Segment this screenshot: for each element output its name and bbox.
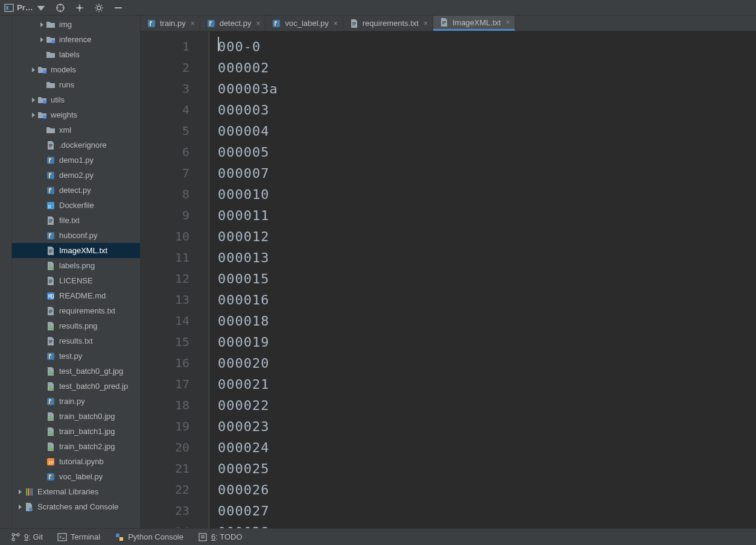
tree-item-runs[interactable]: runs bbox=[12, 77, 140, 92]
tree-item-inference[interactable]: inference bbox=[12, 32, 140, 47]
select-opened-file-button[interactable] bbox=[55, 2, 66, 13]
editor[interactable]: 123456789101112131415161718192021222324 … bbox=[141, 31, 756, 528]
tree-item-demo2-py[interactable]: demo2.py bbox=[12, 168, 140, 183]
settings-button[interactable] bbox=[94, 2, 104, 13]
py-icon bbox=[46, 397, 56, 406]
tree-item-imagexml-txt[interactable]: ImageXML.txt bbox=[12, 243, 140, 258]
tree-item-labels-png[interactable]: labels.png bbox=[12, 258, 140, 273]
tree-root-scratches-and-console[interactable]: Scratches and Console bbox=[12, 499, 140, 514]
tree-item-img[interactable]: img bbox=[12, 17, 140, 32]
code-line[interactable]: 000023 bbox=[218, 416, 756, 437]
tree-item--dockerignore[interactable]: .dockerignore bbox=[12, 137, 140, 153]
code-line[interactable]: 000-0 bbox=[218, 36, 756, 57]
hide-button[interactable] bbox=[113, 2, 124, 13]
code-line[interactable]: 000021 bbox=[218, 374, 756, 395]
code-line[interactable]: 000004 bbox=[218, 121, 756, 142]
code-line[interactable]: 000027 bbox=[218, 500, 756, 521]
tree-item-test-batch0-pred-jp[interactable]: test_batch0_pred.jp bbox=[12, 379, 140, 394]
code-line[interactable]: 000003 bbox=[218, 99, 756, 121]
editor-tab-imagexml-txt[interactable]: ImageXML.txt× bbox=[433, 16, 515, 31]
tree-item-dockerfile[interactable]: Dockerfile bbox=[12, 198, 140, 213]
tree-item-labels[interactable]: labels bbox=[12, 47, 140, 62]
code-line[interactable]: 000018 bbox=[218, 310, 756, 332]
tree-root-external-libraries[interactable]: External Libraries bbox=[12, 484, 140, 499]
tree-item-demo1-py[interactable]: demo1.py bbox=[12, 153, 140, 168]
tree-item-utils[interactable]: utils bbox=[12, 92, 140, 107]
tree-item-test-batch0-gt-jpg[interactable]: test_batch0_gt.jpg bbox=[12, 364, 140, 379]
tree-item-tutorial-ipynb[interactable]: tutorial.ipynb bbox=[12, 454, 140, 469]
tab-close-icon[interactable]: × bbox=[506, 18, 510, 27]
todo-toolwindow-button[interactable]: 6: TODO bbox=[198, 532, 243, 542]
img-icon bbox=[46, 382, 56, 391]
tree-item-readme-md[interactable]: README.md bbox=[12, 288, 140, 303]
tab-close-icon[interactable]: × bbox=[256, 19, 260, 28]
expand-arrow-icon[interactable] bbox=[37, 37, 46, 43]
python-console-toolwindow-button[interactable]: Python Console bbox=[115, 532, 183, 542]
tree-item-xml[interactable]: xml bbox=[12, 122, 140, 137]
py-icon bbox=[46, 472, 56, 482]
tree-item-voc-label-py[interactable]: voc_label.py bbox=[12, 469, 140, 484]
tree-item-train-py[interactable]: train.py bbox=[12, 394, 140, 409]
tree-item-file-txt[interactable]: file.txt bbox=[12, 213, 140, 228]
code-line[interactable]: 000025 bbox=[218, 458, 756, 479]
collapse-all-button[interactable] bbox=[74, 2, 85, 13]
expand-arrow-icon[interactable] bbox=[37, 22, 46, 28]
git-label: : Git bbox=[28, 532, 43, 541]
tree-item-label: train_batch1.jpg bbox=[59, 427, 115, 436]
line-number: 16 bbox=[141, 353, 189, 374]
code-line[interactable]: 000026 bbox=[218, 479, 756, 500]
code-line[interactable]: 000019 bbox=[218, 332, 756, 353]
tree-item-train-batch2-jpg[interactable]: train_batch2.jpg bbox=[12, 439, 140, 454]
code-line[interactable]: 000016 bbox=[218, 289, 756, 310]
code-line[interactable]: 000020 bbox=[218, 353, 756, 374]
expand-arrow-icon[interactable] bbox=[29, 112, 37, 118]
line-number: 5 bbox=[141, 121, 189, 142]
project-tree[interactable]: imginferencelabelsmodelsrunsutilsweights… bbox=[12, 16, 141, 528]
git-toolwindow-button[interactable]: 9: Git bbox=[11, 532, 43, 542]
tree-item-test-py[interactable]: test.py bbox=[12, 348, 140, 364]
code-line[interactable]: 000003a bbox=[218, 78, 756, 99]
tree-item-requirements-txt[interactable]: requirements.txt bbox=[12, 303, 140, 318]
tree-item-hubconf-py[interactable]: hubconf.py bbox=[12, 228, 140, 243]
left-tool-stripe[interactable] bbox=[0, 16, 12, 528]
tab-close-icon[interactable]: × bbox=[334, 19, 338, 28]
tree-item-train-batch1-jpg[interactable]: train_batch1.jpg bbox=[12, 424, 140, 439]
code-line[interactable]: 000022 bbox=[218, 395, 756, 416]
tree-item-models[interactable]: models bbox=[12, 62, 140, 77]
code-line[interactable]: 000015 bbox=[218, 268, 756, 289]
tree-item-license[interactable]: LICENSE bbox=[12, 273, 140, 288]
tree-item-results-txt[interactable]: results.txt bbox=[12, 333, 140, 348]
expand-arrow-icon[interactable] bbox=[29, 67, 37, 73]
expand-arrow-icon[interactable] bbox=[16, 489, 24, 495]
tree-item-detect-py[interactable]: detect.py bbox=[12, 183, 140, 198]
tab-close-icon[interactable]: × bbox=[191, 19, 195, 28]
editor-content[interactable]: 000-0000002000003a0000030000040000050000… bbox=[209, 31, 756, 528]
editor-tab-train-py[interactable]: train.py× bbox=[141, 16, 200, 31]
code-line[interactable]: 000024 bbox=[218, 437, 756, 458]
code-line[interactable]: 000010 bbox=[218, 184, 756, 205]
tree-item-label: labels bbox=[59, 50, 80, 59]
line-number: 14 bbox=[141, 310, 189, 332]
txt-icon bbox=[46, 140, 56, 150]
terminal-icon bbox=[57, 532, 67, 542]
project-view-label[interactable]: Pr… bbox=[4, 2, 46, 13]
tree-item-results-png[interactable]: results.png bbox=[12, 318, 140, 333]
editor-tab-voc-label-py[interactable]: voc_label.py× bbox=[265, 16, 343, 31]
terminal-toolwindow-button[interactable]: Terminal bbox=[57, 532, 100, 542]
tree-item-label: labels.png bbox=[59, 261, 95, 270]
code-line[interactable]: 000028 bbox=[218, 521, 756, 528]
editor-tab-requirements-txt[interactable]: requirements.txt× bbox=[343, 16, 433, 31]
tab-close-icon[interactable]: × bbox=[424, 19, 428, 28]
code-line[interactable]: 000005 bbox=[218, 142, 756, 163]
tree-item-weights[interactable]: weights bbox=[12, 107, 140, 122]
code-line[interactable]: 000002 bbox=[218, 57, 756, 78]
tree-item-label: tutorial.ipynb bbox=[59, 457, 104, 466]
tree-item-train-batch0-jpg[interactable]: train_batch0.jpg bbox=[12, 409, 140, 424]
expand-arrow-icon[interactable] bbox=[29, 97, 37, 103]
code-line[interactable]: 000013 bbox=[218, 247, 756, 268]
code-line[interactable]: 000011 bbox=[218, 205, 756, 226]
editor-tab-detect-py[interactable]: detect.py× bbox=[200, 16, 266, 31]
code-line[interactable]: 000012 bbox=[218, 226, 756, 247]
expand-arrow-icon[interactable] bbox=[16, 504, 24, 510]
code-line[interactable]: 000007 bbox=[218, 163, 756, 184]
